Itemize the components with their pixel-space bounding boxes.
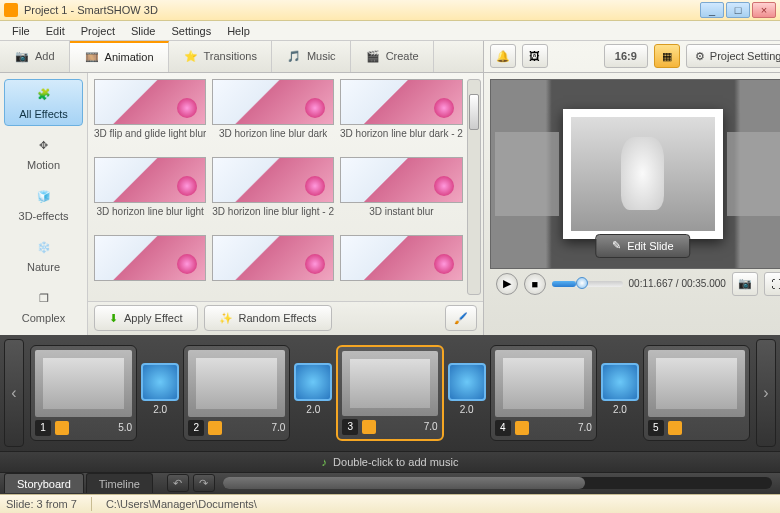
redo-icon: ↷ [199, 477, 208, 490]
button-label: Edit Slide [627, 240, 673, 252]
tab-transitions[interactable]: ⭐ Transitions [169, 41, 272, 72]
storyboard-slide[interactable]: 15.0 [30, 345, 137, 441]
transition-slot[interactable]: 2.0 [294, 363, 332, 423]
storyboard-slide[interactable]: 5 [643, 345, 750, 441]
bell-icon: 🔔 [496, 50, 510, 63]
effect-item[interactable]: 3D horizon line blur dark [212, 79, 334, 153]
storyboard-slide[interactable]: 47.0 [490, 345, 597, 441]
tab-animation[interactable]: 🎞️ Animation [70, 41, 169, 72]
cat-3d-effects[interactable]: 🧊 3D-effects [4, 181, 83, 228]
effect-item[interactable]: 3D instant blur [340, 157, 463, 231]
play-button[interactable]: ▶ [496, 273, 518, 295]
cat-all-effects[interactable]: 🧩 All Effects [4, 79, 83, 126]
transition-slot[interactable]: 2.0 [141, 363, 179, 423]
notifications-button[interactable]: 🔔 [490, 44, 516, 68]
storyboard-prev[interactable]: ‹ [4, 339, 24, 447]
tab-add[interactable]: 📷 Add [0, 41, 70, 72]
transition-slot[interactable]: 2.0 [601, 363, 639, 423]
move-icon: ✥ [34, 136, 54, 156]
image-tool-button[interactable]: 🖼 [522, 44, 548, 68]
cat-label: Nature [27, 261, 60, 273]
edit-slide-button[interactable]: ✎ Edit Slide [595, 234, 690, 258]
menu-slide[interactable]: Slide [123, 23, 163, 39]
storyboard-slide[interactable]: 27.0 [183, 345, 290, 441]
project-settings-button[interactable]: ⚙ Project Settings [686, 44, 780, 68]
slide-thumbnail [648, 350, 745, 417]
effect-item[interactable] [212, 235, 334, 298]
horizontal-scrollbar[interactable] [223, 477, 772, 489]
transition-duration: 2.0 [306, 404, 320, 415]
slide-thumbnail [342, 351, 437, 416]
tab-music[interactable]: 🎵 Music [272, 41, 351, 72]
cat-nature[interactable]: ❄️ Nature [4, 232, 83, 279]
storyboard-next[interactable]: › [756, 339, 776, 447]
music-hint-label: Double-click to add music [333, 456, 458, 468]
menu-edit[interactable]: Edit [38, 23, 73, 39]
fullscreen-button[interactable]: ⛶ [764, 272, 780, 296]
effect-item[interactable]: 3D horizon line blur light - 2 [212, 157, 334, 231]
slide-duration: 5.0 [118, 422, 132, 433]
minimize-button[interactable]: _ [700, 2, 724, 18]
theme-button[interactable]: ▦ [654, 44, 680, 68]
transition-duration: 2.0 [153, 404, 167, 415]
gear-icon: ⚙ [695, 50, 705, 63]
snowflake-icon: ❄️ [34, 238, 54, 258]
button-label: Apply Effect [124, 312, 183, 324]
effects-scrollbar[interactable] [467, 79, 481, 295]
effect-item[interactable]: 3D flip and glide light blur [94, 79, 206, 153]
tab-create[interactable]: 🎬 Create [351, 41, 434, 72]
tab-timeline[interactable]: Timeline [86, 473, 153, 493]
random-effects-button[interactable]: ✨ Random Effects [204, 305, 332, 331]
seek-bar[interactable] [552, 281, 623, 287]
storyboard-track: ‹ 15.0 2.0 27.0 2.0 37.0 2.0 47.0 2.0 5 … [0, 335, 780, 451]
stop-button[interactable]: ■ [524, 273, 546, 295]
app-icon [4, 3, 18, 17]
wand-icon: ✨ [219, 312, 233, 325]
close-button[interactable]: × [752, 2, 776, 18]
snapshot-button[interactable]: 📷 [732, 272, 758, 296]
menu-file[interactable]: File [4, 23, 38, 39]
slide-duration: 7.0 [424, 421, 438, 432]
menu-project[interactable]: Project [73, 23, 123, 39]
scrollbar-thumb[interactable] [223, 477, 585, 489]
preview-frame [563, 109, 723, 239]
cat-complex[interactable]: ❐ Complex [4, 283, 83, 330]
apply-effect-button[interactable]: ⬇ Apply Effect [94, 305, 198, 331]
undo-button[interactable]: ↶ [167, 474, 189, 492]
seek-thumb[interactable] [576, 277, 588, 289]
menu-settings[interactable]: Settings [163, 23, 219, 39]
seek-fill [552, 281, 576, 287]
stop-icon: ■ [532, 278, 539, 290]
cat-motion[interactable]: ✥ Motion [4, 130, 83, 177]
transition-slot[interactable]: 2.0 [448, 363, 486, 423]
tab-storyboard[interactable]: Storyboard [4, 473, 84, 493]
film-icon: 🎞️ [84, 49, 100, 65]
add-music-hint[interactable]: ♪ Double-click to add music [0, 451, 780, 472]
slide-duration: 7.0 [271, 422, 285, 433]
transition-thumbnail [141, 363, 179, 401]
tab-label: Add [35, 50, 55, 62]
storyboard-slide-selected[interactable]: 37.0 [336, 345, 443, 441]
scrollbar-thumb[interactable] [469, 94, 479, 130]
music-add-icon: ♪ [322, 456, 328, 468]
slide-thumbnail [495, 350, 592, 417]
aspect-ratio-button[interactable]: 16:9 [604, 44, 648, 68]
slide-number: 2 [188, 420, 204, 436]
maximize-button[interactable]: □ [726, 2, 750, 18]
menu-help[interactable]: Help [219, 23, 258, 39]
effect-item[interactable] [340, 235, 463, 298]
effect-item[interactable]: 3D horizon line blur dark - 2 [340, 79, 463, 153]
undo-icon: ↶ [173, 477, 182, 490]
slide-thumbnail [188, 350, 285, 417]
brush-button[interactable]: 🖌️ [445, 305, 477, 331]
brush-icon: 🖌️ [454, 312, 468, 325]
tab-label: Music [307, 50, 336, 62]
slide-flag-icon [668, 421, 682, 435]
redo-button[interactable]: ↷ [193, 474, 215, 492]
effect-item[interactable]: 3D horizon line blur light [94, 157, 206, 231]
puzzle-icon: 🧩 [34, 85, 54, 105]
slide-number: 5 [648, 420, 664, 436]
picture-icon: 🖼 [529, 50, 540, 62]
effect-item[interactable] [94, 235, 206, 298]
pencil-icon: ✎ [612, 239, 621, 252]
